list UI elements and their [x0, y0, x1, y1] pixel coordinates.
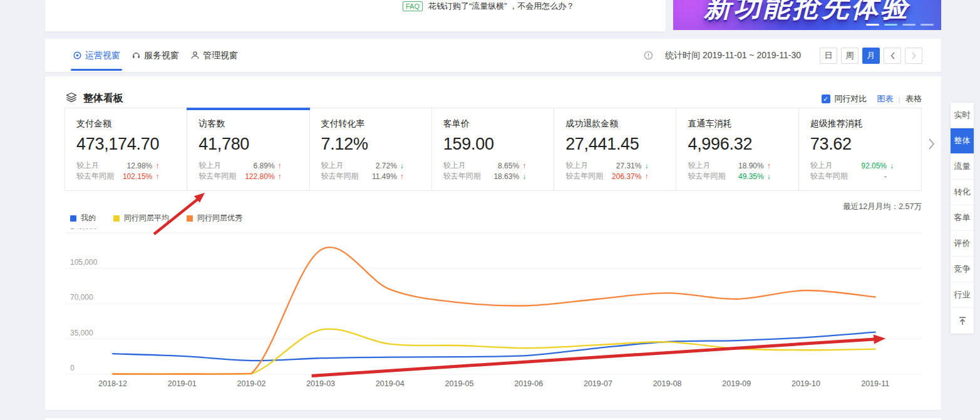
metric-card-ztc-spend[interactable]: 直通车消耗 4,996.32 较上月 18.90% 较去年同期 49.35% — [676, 108, 798, 190]
top-help-card: FAQ 花钱订购了“流量纵横” ，不会用怎么办？ — [45, 0, 666, 32]
board-controls: ✓ 同行对比 图表 | 表格 — [822, 93, 922, 105]
range-day-button[interactable]: 日 — [820, 48, 837, 64]
prev-period-button[interactable] — [884, 48, 901, 64]
info-icon[interactable] — [644, 51, 653, 60]
peer-compare-checkbox[interactable]: ✓ — [822, 95, 830, 103]
svg-text:2019-11: 2019-11 — [861, 379, 889, 388]
tab-service-view[interactable]: 服务视窗 — [131, 39, 180, 72]
trend-arrow-icon — [521, 172, 527, 181]
faq-row[interactable]: FAQ 花钱订购了“流量纵横” ，不会用怎么办？ — [403, 1, 574, 11]
chart-legend: 我的 同行同层平均 同行同层优秀 — [70, 213, 242, 223]
trend-arrow-icon — [154, 161, 160, 170]
svg-text:2019-09: 2019-09 — [722, 379, 751, 388]
faq-badge: FAQ — [403, 1, 423, 11]
carousel-dot[interactable] — [884, 24, 897, 26]
metric-cards-next-button[interactable] — [928, 137, 939, 151]
back-to-top-button[interactable] — [951, 308, 974, 334]
trend-chart[interactable]: 035,00070,000105,000140,0002018-122019-0… — [64, 228, 922, 396]
headset-icon — [132, 51, 141, 60]
metric-card-refund-amount[interactable]: 成功退款金额 27,441.45 较上月 27.31% 较去年同期 206.37… — [554, 108, 676, 190]
tab-label: 管理视窗 — [203, 50, 238, 61]
legend-item-mine[interactable]: 我的 — [70, 213, 96, 223]
svg-text:2019-06: 2019-06 — [514, 379, 543, 388]
tab-label: 运营视窗 — [85, 50, 120, 61]
overview-board: 整体看板 ✓ 同行对比 图表 | 表格 支付金额 473,174.70 较上月 … — [45, 76, 941, 410]
back-to-top-icon — [957, 316, 967, 326]
trend-arrow-icon — [521, 161, 527, 170]
person-icon — [190, 51, 200, 60]
trend-arrow-icon — [889, 161, 895, 170]
trend-arrow-icon — [399, 161, 405, 170]
svg-text:2018-12: 2018-12 — [98, 379, 127, 388]
svg-text:2019-04: 2019-04 — [376, 379, 405, 388]
sidenav-item-conversion[interactable]: 转化 — [951, 180, 974, 205]
trend-arrow-icon — [766, 172, 772, 181]
sidenav-item-industry[interactable]: 行业 — [951, 282, 974, 308]
svg-text:2019-03: 2019-03 — [306, 379, 335, 388]
trend-arrow-icon — [277, 161, 283, 170]
operations-view-icon — [73, 51, 82, 60]
trend-arrow-icon — [643, 161, 649, 170]
legend-item-peer-excellent[interactable]: 同行同层优秀 — [187, 213, 242, 223]
divider: | — [899, 95, 900, 104]
metric-card-super-rec-spend[interactable]: 超级推荐消耗 73.62 较上月 92.05% 较去年同期 - — [799, 108, 921, 190]
next-period-button[interactable] — [905, 48, 922, 64]
sidenav-item-reviews[interactable]: 评价 — [951, 231, 974, 257]
board-header: 整体看板 — [66, 92, 123, 105]
sidenav-item-competition[interactable]: 竞争 — [951, 257, 974, 282]
legend-swatch — [113, 215, 120, 222]
legend-item-peer-average[interactable]: 同行同层平均 — [113, 213, 169, 223]
svg-text:0: 0 — [70, 364, 75, 372]
svg-text:2019-08: 2019-08 — [653, 379, 682, 388]
trend-arrow-icon — [643, 172, 649, 181]
carousel-dot[interactable] — [866, 24, 879, 26]
tab-label: 服务视窗 — [144, 50, 179, 61]
peer-compare-label: 同行对比 — [835, 93, 867, 105]
metric-card-avg-order-value[interactable]: 客单价 159.00 较上月 8.65% 较去年同期 18.63% — [432, 108, 554, 190]
svg-text:2019-02: 2019-02 — [237, 379, 266, 388]
range-week-button[interactable]: 周 — [841, 48, 859, 64]
metric-card-visitors[interactable]: 访客数 41,780 较上月 6.89% 较去年同期 122.80% — [187, 108, 309, 190]
monthly-average-note: 最近12月月均：2.57万 — [843, 202, 922, 212]
sidenav-item-realtime[interactable]: 实时 — [951, 103, 974, 128]
carousel-dot[interactable] — [902, 24, 916, 26]
trend-arrow-icon — [277, 172, 283, 181]
svg-text:2019-05: 2019-05 — [445, 379, 474, 388]
section-side-nav: 实时 整体 流量 转化 客单 评价 竞争 行业 — [950, 102, 974, 334]
legend-swatch — [70, 215, 76, 222]
stat-time-range: 统计时间 2019-11-01 ~ 2019-11-30 — [665, 50, 801, 61]
range-month-button[interactable]: 月 — [862, 48, 880, 64]
promo-banner-text: 新功能抢先体验 — [704, 0, 910, 26]
svg-text:105,000: 105,000 — [70, 258, 98, 267]
tab-management-view[interactable]: 管理视窗 — [190, 39, 239, 72]
svg-text:140,000: 140,000 — [70, 228, 98, 231]
tab-operations-view[interactable]: 运营视窗 — [72, 39, 121, 72]
trend-arrow-icon — [766, 161, 772, 170]
board-title: 整体看板 — [83, 92, 123, 105]
metric-card-conversion-rate[interactable]: 支付转化率 7.12% 较上月 2.72% 较去年同期 11.49% — [310, 108, 432, 190]
svg-text:2019-10: 2019-10 — [792, 379, 820, 388]
sidenav-item-order-value[interactable]: 客单 — [951, 205, 974, 231]
sidenav-item-overview[interactable]: 整体 — [951, 128, 974, 154]
view-switch-bar: 运营视窗 服务视窗 管理视窗 统计时间 2019-11-01 ~ 2019-11… — [45, 39, 941, 72]
metric-card-pay-amount[interactable]: 支付金额 473,174.70 较上月 12.98% 较去年同期 102.15% — [65, 108, 187, 190]
svg-text:70,000: 70,000 — [70, 293, 93, 302]
view-tabs: 运营视窗 服务视窗 管理视窗 — [72, 39, 239, 72]
trend-arrow-icon — [154, 172, 160, 181]
layers-icon — [66, 92, 77, 105]
trend-arrow-icon — [399, 172, 405, 181]
carousel-dot[interactable] — [921, 24, 934, 26]
svg-text:2019-07: 2019-07 — [584, 379, 612, 388]
chart-view-link[interactable]: 图表 — [877, 93, 894, 105]
svg-text:2019-01: 2019-01 — [168, 379, 197, 388]
faq-question-link[interactable]: 花钱订购了“流量纵横” ，不会用怎么办？ — [428, 1, 574, 12]
promo-banner[interactable]: 新功能抢先体验 — [673, 0, 941, 30]
table-view-link[interactable]: 表格 — [905, 93, 922, 105]
date-range-controls: 统计时间 2019-11-01 ~ 2019-11-30 日 周 月 — [644, 39, 922, 72]
legend-swatch — [187, 215, 193, 222]
svg-text:35,000: 35,000 — [70, 329, 93, 337]
metric-cards-strip: 支付金额 473,174.70 较上月 12.98% 较去年同期 102.15%… — [64, 108, 922, 191]
carousel-indicators[interactable] — [866, 24, 934, 26]
sidenav-item-traffic[interactable]: 流量 — [951, 154, 974, 180]
